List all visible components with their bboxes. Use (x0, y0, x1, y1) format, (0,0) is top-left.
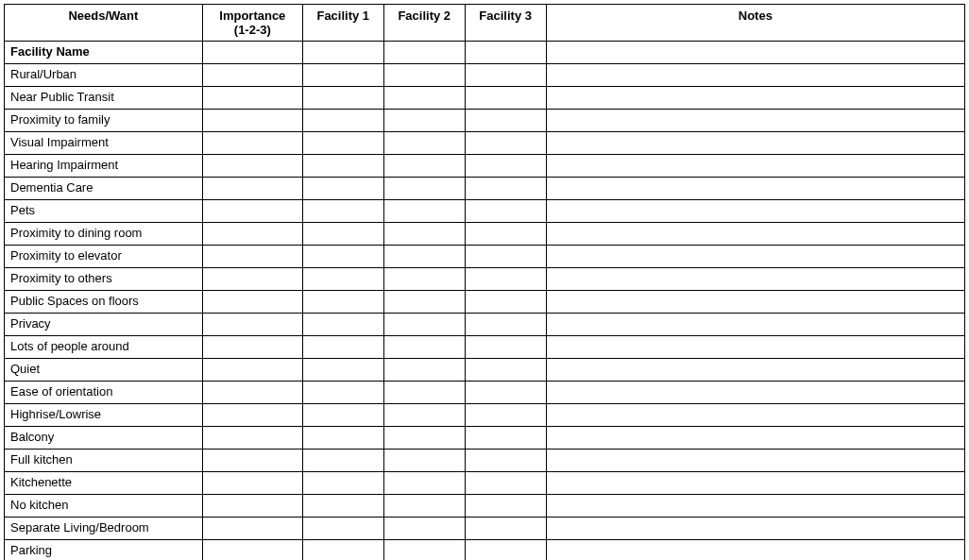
table-row: Facility Name (5, 42, 965, 64)
row-importance (202, 427, 302, 450)
row-notes (546, 540, 964, 561)
row-label: Ease of orientation (5, 382, 203, 404)
row-notes (546, 404, 964, 427)
row-facility3 (465, 291, 546, 314)
row-facility3 (465, 427, 546, 450)
row-facility3 (465, 540, 546, 561)
row-facility3 (465, 42, 546, 64)
row-facility2 (383, 64, 465, 87)
row-importance (202, 64, 302, 87)
row-facility2 (383, 450, 465, 472)
row-notes (546, 268, 964, 291)
row-importance (202, 178, 302, 200)
row-facility2 (383, 472, 465, 495)
row-importance (202, 132, 302, 155)
header-facility2: Facility 2 (383, 5, 465, 42)
table-row: Parking (5, 540, 965, 561)
row-importance (202, 246, 302, 268)
row-facility1 (302, 268, 383, 291)
row-facility3 (465, 518, 546, 540)
row-facility3 (465, 268, 546, 291)
row-notes (546, 223, 964, 246)
row-label: Full kitchen (5, 450, 203, 472)
row-facility2 (383, 359, 465, 382)
row-facility3 (465, 450, 546, 472)
row-facility2 (383, 87, 465, 110)
row-label: Lots of people around (5, 336, 203, 359)
row-notes (546, 200, 964, 223)
row-facility1 (302, 359, 383, 382)
row-facility1 (302, 518, 383, 540)
header-row: Needs/Want Importance (1-2-3) Facility 1… (5, 5, 965, 42)
row-notes (546, 110, 964, 132)
row-importance (202, 518, 302, 540)
row-label: Rural/Urban (5, 64, 203, 87)
row-importance (202, 404, 302, 427)
row-facility1 (302, 450, 383, 472)
table-row: Privacy (5, 314, 965, 336)
row-facility2 (383, 336, 465, 359)
row-facility2 (383, 518, 465, 540)
row-facility1 (302, 382, 383, 404)
table-row: Ease of orientation (5, 382, 965, 404)
row-facility2 (383, 246, 465, 268)
row-label: Hearing Impairment (5, 155, 203, 178)
row-importance (202, 223, 302, 246)
row-label: Balcony (5, 427, 203, 450)
table-row: Near Public Transit (5, 87, 965, 110)
row-facility3 (465, 223, 546, 246)
row-facility2 (383, 427, 465, 450)
row-importance (202, 359, 302, 382)
row-notes (546, 495, 964, 518)
row-facility3 (465, 382, 546, 404)
row-facility3 (465, 178, 546, 200)
row-facility1 (302, 132, 383, 155)
row-notes (546, 382, 964, 404)
row-notes (546, 132, 964, 155)
row-label: Public Spaces on floors (5, 291, 203, 314)
row-facility3 (465, 132, 546, 155)
header-importance-line1: Importance (219, 8, 285, 23)
table-row: Full kitchen (5, 450, 965, 472)
row-importance (202, 291, 302, 314)
table-row: Lots of people around (5, 336, 965, 359)
row-facility2 (383, 200, 465, 223)
row-facility2 (383, 42, 465, 64)
header-needs: Needs/Want (5, 5, 203, 42)
row-facility1 (302, 540, 383, 561)
row-notes (546, 359, 964, 382)
row-notes (546, 178, 964, 200)
row-notes (546, 246, 964, 268)
table-row: Proximity to elevator (5, 246, 965, 268)
table-row: Kitchenette (5, 472, 965, 495)
row-facility1 (302, 155, 383, 178)
row-importance (202, 540, 302, 561)
row-importance (202, 268, 302, 291)
row-importance (202, 87, 302, 110)
table-row: Hearing Impairment (5, 155, 965, 178)
row-label: Privacy (5, 314, 203, 336)
row-facility3 (465, 155, 546, 178)
row-importance (202, 382, 302, 404)
row-facility1 (302, 110, 383, 132)
row-facility2 (383, 382, 465, 404)
row-facility3 (465, 404, 546, 427)
row-facility1 (302, 336, 383, 359)
row-label: Proximity to others (5, 268, 203, 291)
row-facility2 (383, 540, 465, 561)
row-notes (546, 155, 964, 178)
row-notes (546, 518, 964, 540)
row-facility2 (383, 404, 465, 427)
row-facility2 (383, 178, 465, 200)
table-row: No kitchen (5, 495, 965, 518)
row-facility3 (465, 200, 546, 223)
row-facility2 (383, 268, 465, 291)
row-label: Highrise/Lowrise (5, 404, 203, 427)
table-row: Visual Impairment (5, 132, 965, 155)
row-facility3 (465, 314, 546, 336)
row-label: Visual Impairment (5, 132, 203, 155)
row-facility3 (465, 110, 546, 132)
row-notes (546, 42, 964, 64)
row-label: Proximity to family (5, 110, 203, 132)
row-facility3 (465, 246, 546, 268)
